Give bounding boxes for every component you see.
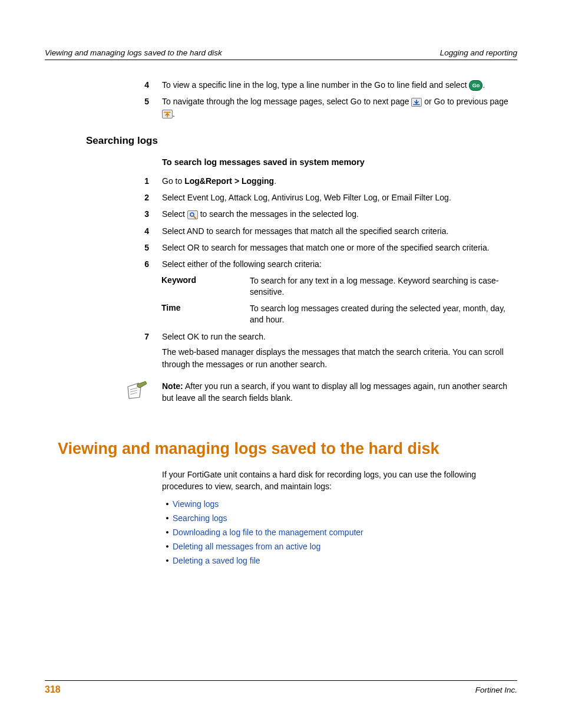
step-5b: 5 Select OR to search for messages that … — [45, 242, 517, 253]
step-4b: 4 Select AND to search for messages that… — [45, 225, 517, 237]
step-4: 4 To view a specific line in the log, ty… — [45, 79, 517, 91]
footer-rule — [45, 680, 517, 681]
table-row: Time To search log messages created duri… — [161, 303, 517, 326]
step-body: Go to Log&Report > Logging. — [162, 175, 517, 187]
step-number: 7 — [136, 331, 149, 342]
go-icon: Go — [469, 80, 482, 91]
bullet-icon: • — [162, 542, 173, 551]
step-number: 4 — [136, 79, 149, 91]
bullet-icon: • — [162, 499, 173, 509]
list-item: • Deleting all messages from an active l… — [162, 542, 517, 551]
link-delete-active[interactable]: Deleting all messages from an active log — [173, 542, 320, 551]
list-item: • Deleting a saved log file — [162, 556, 517, 565]
running-header: Viewing and managing logs saved to the h… — [45, 48, 517, 60]
step-body: Select either of the following search cr… — [162, 258, 517, 270]
procedure-title: To search log messages saved in system m… — [162, 157, 517, 167]
criteria-keyword: Keyword — [161, 275, 250, 298]
intro-paragraph: If your FortiGate unit contains a hard d… — [162, 469, 517, 493]
step-text: Select — [162, 209, 187, 219]
step-1: 1 Go to Log&Report > Logging. — [45, 175, 517, 187]
step-body: To view a specific line in the log, type… — [162, 79, 517, 91]
step-number: 4 — [136, 225, 149, 237]
list-item: • Searching logs — [162, 513, 517, 523]
step-text: The web-based manager displays the messa… — [162, 346, 517, 370]
step-number: 3 — [136, 208, 149, 220]
step-text: Go to — [162, 176, 184, 186]
header-left: Viewing and managing logs saved to the h… — [45, 48, 222, 57]
footer-row: 318 Fortinet Inc. — [45, 684, 517, 695]
bullet-icon: • — [162, 513, 173, 523]
prev-page-icon — [162, 110, 173, 118]
bullet-icon: • — [162, 556, 173, 565]
document-page: Viewing and managing logs saved to the h… — [0, 0, 562, 728]
step-text: . — [274, 176, 276, 186]
note-block: Note: After you run a search, if you wan… — [125, 381, 517, 404]
step-number: 5 — [136, 95, 149, 107]
note-label: Note: — [162, 381, 183, 391]
step-number: 1 — [136, 175, 149, 187]
link-searching-logs[interactable]: Searching logs — [173, 513, 227, 523]
step-body: Select to search the messages in the sel… — [162, 208, 517, 220]
criteria-table: Keyword To search for any text in a log … — [161, 275, 517, 326]
next-page-icon — [411, 98, 422, 107]
page-footer: 318 Fortinet Inc. — [45, 680, 517, 695]
content-area: 4 To view a specific line in the log, ty… — [45, 60, 517, 565]
link-download-log[interactable]: Downloading a log file to the management… — [173, 528, 363, 537]
step-2: 2 Select Event Log, Attack Log, Antiviru… — [45, 192, 517, 203]
step-text: To view a specific line in the log, type… — [162, 80, 469, 90]
link-viewing-logs[interactable]: Viewing logs — [173, 499, 219, 509]
step-7: 7 Select OK to run the search. The web-b… — [45, 331, 517, 370]
note-icon — [125, 381, 149, 404]
header-right: Logging and reporting — [440, 48, 517, 57]
section-heading-searching-logs: Searching logs — [86, 135, 517, 147]
step-text: . — [482, 80, 485, 90]
page-number: 318 — [45, 684, 61, 695]
bullet-icon: • — [162, 528, 173, 537]
step-5: 5 To navigate through the log message pa… — [45, 95, 517, 120]
nav-path: Log&Report > Logging — [184, 176, 274, 186]
step-body: To navigate through the log message page… — [162, 95, 517, 120]
search-icon — [187, 210, 198, 219]
step-3: 3 Select to search the messages in the s… — [45, 208, 517, 220]
step-number: 2 — [136, 192, 149, 203]
criteria-desc: To search for any text in a log message.… — [250, 275, 517, 298]
step-body: Select Event Log, Attack Log, Antivirus … — [162, 192, 517, 203]
step-body: Select AND to search for messages that m… — [162, 225, 517, 237]
step-number: 5 — [136, 242, 149, 253]
step-body: Select OR to search for messages that ma… — [162, 242, 517, 253]
link-list: • Viewing logs • Searching logs • Downlo… — [162, 499, 517, 565]
link-delete-saved[interactable]: Deleting a saved log file — [173, 556, 260, 565]
criteria-time: Time — [161, 303, 250, 326]
step-text: . — [173, 109, 175, 118]
step-body: Select OK to run the search. The web-bas… — [162, 331, 517, 370]
step-text: To navigate through the log message page… — [162, 97, 411, 106]
list-item: • Viewing logs — [162, 499, 517, 509]
step-text: to search the messages in the selected l… — [200, 209, 359, 219]
step-6: 6 Select either of the following search … — [45, 258, 517, 270]
list-item: • Downloading a log file to the manageme… — [162, 528, 517, 537]
step-number: 6 — [136, 258, 149, 270]
footer-company: Fortinet Inc. — [475, 686, 517, 694]
step-text: Select OK to run the search. — [162, 331, 517, 342]
step-text: or Go to previous page — [424, 97, 508, 106]
note-body: After you run a search, if you want to d… — [162, 381, 507, 403]
criteria-desc: To search log messages created during th… — [250, 303, 517, 326]
table-row: Keyword To search for any text in a log … — [161, 275, 517, 298]
note-text: Note: After you run a search, if you wan… — [162, 381, 517, 404]
section-heading-main: Viewing and managing logs saved to the h… — [58, 440, 517, 458]
